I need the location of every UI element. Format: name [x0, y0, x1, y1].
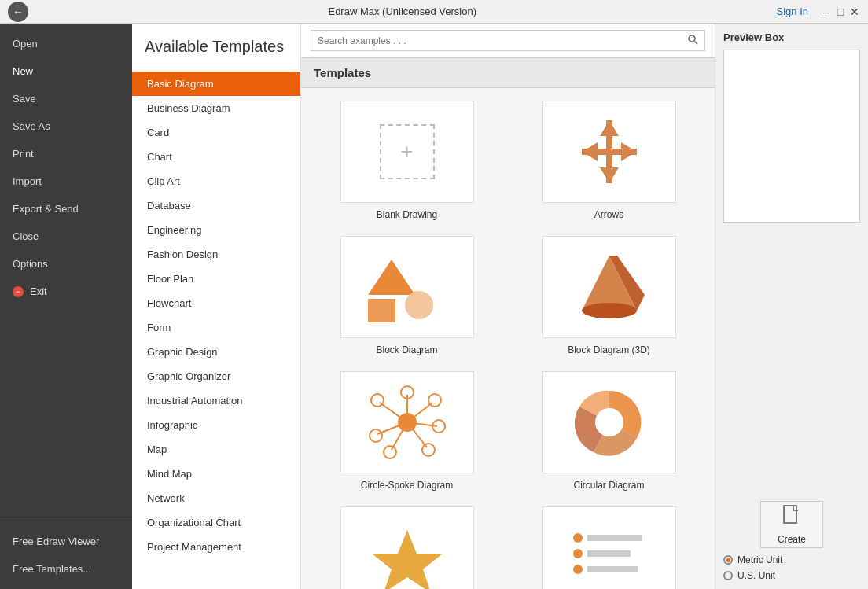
- templates-grid: + Blank Drawing Arrows: [301, 88, 715, 589]
- sign-in-link[interactable]: Sign In: [777, 6, 808, 17]
- block-diagram-3d-icon: [570, 252, 649, 322]
- category-item-fashion-design[interactable]: Fashion Design: [132, 242, 300, 267]
- svg-line-27: [380, 403, 407, 422]
- category-item-business-diagram[interactable]: Business Diagram: [132, 96, 300, 120]
- preview-box-label: Preview Box: [723, 31, 860, 43]
- close-button[interactable]: ✕: [849, 6, 860, 17]
- sidebar-item-import[interactable]: Import: [0, 167, 132, 195]
- back-button[interactable]: ←: [8, 2, 28, 22]
- available-templates-header: Available Templates: [132, 24, 300, 64]
- svg-point-31: [573, 533, 583, 543]
- sidebar-item-print[interactable]: Print: [0, 140, 132, 167]
- us-unit-label: U.S. Unit: [737, 570, 775, 581]
- template-label-blank: Blank Drawing: [377, 209, 437, 220]
- sidebar-item-options[interactable]: Options: [0, 250, 132, 278]
- title-bar: ← Edraw Max (Unlicensed Version) Sign In…: [0, 0, 868, 24]
- svg-rect-36: [587, 566, 638, 572]
- category-item-chart[interactable]: Chart: [132, 145, 300, 169]
- sidebar-item-export-send[interactable]: Export & Send: [0, 195, 132, 223]
- create-button[interactable]: Create: [760, 501, 823, 548]
- template-thumb-block: [340, 236, 474, 338]
- svg-point-28: [371, 394, 384, 407]
- category-item-form[interactable]: Form: [132, 315, 300, 340]
- sidebar-nav: Open New Save Save As Print Import Expor…: [0, 24, 132, 305]
- template-block-diagram-3d[interactable]: Block Diagram (3D): [516, 236, 702, 355]
- search-bar: [132, 64, 300, 72]
- svg-line-1: [695, 42, 698, 45]
- app-container: Open New Save Save As Print Import Expor…: [0, 24, 868, 589]
- category-item-industrial-automation[interactable]: Industrial Automation: [132, 388, 300, 413]
- sidebar-item-new[interactable]: New: [0, 57, 132, 85]
- minimize-button[interactable]: –: [821, 6, 832, 17]
- template-thumb-circular: [542, 371, 676, 473]
- template-circle-spoke[interactable]: Circle-Spoke Diagram: [314, 371, 500, 491]
- category-item-map[interactable]: Map: [132, 437, 300, 462]
- metric-radio[interactable]: [723, 555, 733, 565]
- category-item-clip-art[interactable]: Clip Art: [132, 169, 300, 193]
- svg-rect-9: [368, 299, 395, 322]
- svg-point-24: [384, 446, 396, 458]
- metric-unit-label: Metric Unit: [737, 554, 782, 565]
- sidebar-item-save[interactable]: Save: [0, 85, 132, 112]
- bar-chart-icon: [570, 526, 649, 589]
- sidebar: Open New Save Save As Print Import Expor…: [0, 24, 132, 589]
- category-item-infographic[interactable]: Infographic: [132, 413, 300, 437]
- create-label: Create: [778, 534, 806, 545]
- template-arrows[interactable]: Arrows: [516, 101, 702, 220]
- category-item-organizational-chart[interactable]: Organizational Chart: [132, 510, 300, 535]
- search-input[interactable]: [311, 32, 681, 50]
- category-item-card[interactable]: Card: [132, 120, 300, 145]
- sidebar-item-free-templates[interactable]: Free Templates...: [0, 555, 132, 583]
- sidebar-item-free-viewer[interactable]: Free Edraw Viewer: [0, 528, 132, 555]
- svg-point-35: [573, 565, 583, 574]
- category-item-engineering[interactable]: Engineering: [132, 218, 300, 242]
- svg-marker-8: [368, 260, 415, 295]
- sidebar-item-save-as[interactable]: Save As: [0, 112, 132, 140]
- us-radio[interactable]: [723, 571, 733, 580]
- category-item-network[interactable]: Network: [132, 486, 300, 510]
- right-panel: Preview Box Create Metric Unit: [715, 24, 868, 589]
- template-blank-drawing[interactable]: + Blank Drawing: [314, 101, 500, 220]
- create-section: Create Metric Unit U.S. Unit: [723, 501, 860, 581]
- template-circular-diagram[interactable]: Circular Diagram: [516, 371, 702, 491]
- maximize-button[interactable]: □: [835, 6, 846, 17]
- template-thumb-bar: [542, 506, 676, 589]
- template-label-arrows: Arrows: [594, 209, 623, 220]
- sidebar-item-exit[interactable]: − Exit: [0, 278, 132, 305]
- preview-area: [723, 50, 860, 223]
- template-bar-chart[interactable]: List: [516, 506, 702, 589]
- window-title: Edraw Max (Unlicensed Version): [28, 6, 777, 17]
- svg-point-26: [370, 429, 382, 442]
- file-icon: [782, 504, 801, 526]
- us-unit-option[interactable]: U.S. Unit: [723, 570, 860, 581]
- category-item-basic-diagram[interactable]: Basic Diagram: [132, 72, 300, 96]
- sidebar-item-close[interactable]: Close: [0, 223, 132, 250]
- category-panel: Available Templates Basic Diagram Busine…: [132, 24, 301, 589]
- category-item-floor-plan[interactable]: Floor Plan: [132, 267, 300, 291]
- sidebar-item-open[interactable]: Open: [0, 30, 132, 57]
- template-star[interactable]: Star: [314, 506, 500, 589]
- svg-point-0: [689, 35, 695, 42]
- category-item-mind-map[interactable]: Mind Map: [132, 462, 300, 486]
- category-item-graphic-organizer[interactable]: Graphic Organizer: [132, 364, 300, 388]
- svg-marker-4: [600, 167, 619, 183]
- svg-rect-37: [784, 506, 796, 523]
- search-button[interactable]: [681, 31, 704, 50]
- template-thumb-arrows: [542, 101, 676, 203]
- template-label-circular: Circular Diagram: [573, 480, 644, 491]
- unit-options: Metric Unit U.S. Unit: [723, 554, 860, 581]
- svg-point-22: [422, 444, 435, 456]
- category-item-flowchart[interactable]: Flowchart: [132, 291, 300, 315]
- svg-marker-3: [600, 120, 619, 136]
- template-block-diagram[interactable]: Block Diagram: [314, 236, 500, 355]
- category-item-project-management[interactable]: Project Management: [132, 535, 300, 559]
- svg-marker-6: [582, 142, 598, 161]
- metric-unit-option[interactable]: Metric Unit: [723, 554, 860, 565]
- svg-line-21: [407, 422, 427, 447]
- exit-icon: −: [13, 286, 24, 297]
- svg-point-13: [582, 303, 637, 318]
- category-item-database[interactable]: Database: [132, 193, 300, 218]
- category-item-graphic-design[interactable]: Graphic Design: [132, 340, 300, 364]
- template-label-block: Block Diagram: [376, 344, 437, 355]
- template-thumb-circle-spoke: [340, 371, 474, 473]
